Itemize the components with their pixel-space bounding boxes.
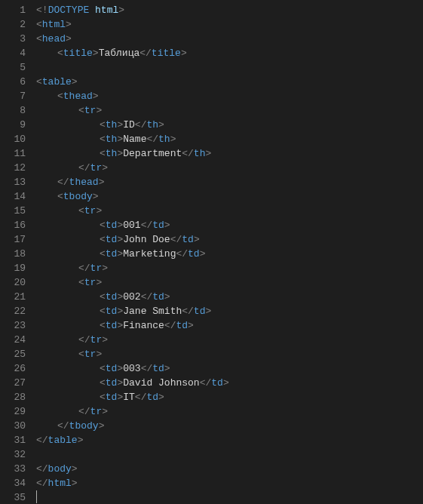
code-line[interactable]: <td>IT</td>: [36, 390, 423, 404]
code-line[interactable]: <tr>: [36, 347, 423, 361]
token-br: </: [78, 406, 90, 417]
token-br: <: [78, 105, 84, 116]
token-br: >: [96, 277, 102, 288]
token-br: <: [36, 19, 42, 30]
token-tag: tr: [90, 334, 103, 346]
token-br: >: [99, 177, 105, 188]
token-br: <: [100, 119, 106, 131]
code-line[interactable]: </thead>: [36, 175, 423, 189]
code-line[interactable]: </body>: [36, 462, 423, 476]
token-tag: tr: [90, 263, 103, 274]
code-line[interactable]: <td>Finance</td>: [36, 318, 423, 333]
token-br: </: [36, 478, 48, 489]
token-br: >: [223, 377, 229, 389]
token-br: >: [93, 91, 99, 102]
token-br: <: [100, 234, 106, 245]
code-line[interactable]: </tr>: [36, 261, 423, 275]
token-txt: [89, 5, 95, 16]
token-br: <: [78, 205, 84, 217]
code-line[interactable]: </tbody>: [36, 419, 423, 433]
token-txt: ID: [123, 119, 135, 131]
line-number: 25: [0, 347, 26, 361]
token-tag: td: [106, 392, 118, 403]
token-br: <: [100, 291, 106, 303]
code-line[interactable]: <thead>: [36, 89, 423, 103]
code-line[interactable]: </tr>: [36, 404, 423, 419]
token-br: >: [158, 392, 164, 403]
code-line[interactable]: <tr>: [36, 275, 423, 290]
token-br: </: [164, 320, 176, 331]
token-br: </: [57, 177, 69, 188]
code-area[interactable]: <!DOCTYPE html><html><head><title>Таблиц…: [36, 0, 423, 504]
code-line[interactable]: <th>Department</th>: [36, 146, 423, 161]
token-tag: td: [182, 234, 194, 245]
code-line[interactable]: <html>: [36, 17, 423, 32]
code-line[interactable]: </table>: [36, 433, 423, 447]
line-number: 6: [0, 75, 26, 89]
code-line[interactable]: <head>: [36, 32, 423, 46]
token-br: >: [102, 334, 108, 346]
token-br: <: [36, 5, 42, 16]
code-line[interactable]: <tr>: [36, 204, 423, 218]
token-br: <: [100, 377, 106, 389]
token-br: <: [36, 33, 42, 45]
token-br: </: [78, 334, 90, 346]
code-line[interactable]: <td>Jane Smith</td>: [36, 304, 423, 318]
line-number: 22: [0, 304, 26, 318]
line-number: 26: [0, 361, 26, 376]
code-line[interactable]: </tr>: [36, 161, 423, 175]
code-line[interactable]: <table>: [36, 75, 423, 89]
token-tag: tr: [90, 162, 103, 174]
code-line[interactable]: <td>John Doe</td>: [36, 232, 423, 247]
code-line[interactable]: <title>Таблица</title>: [36, 46, 423, 60]
code-line[interactable]: [36, 60, 423, 75]
token-br: </: [139, 48, 152, 59]
token-br: </: [78, 162, 90, 174]
line-number: 29: [0, 404, 26, 419]
code-line[interactable]: </html>: [36, 476, 423, 490]
token-br: </: [182, 148, 194, 159]
token-br: >: [66, 33, 72, 45]
code-line[interactable]: </tr>: [36, 333, 423, 347]
token-br: <: [100, 220, 106, 231]
token-br: >: [181, 48, 187, 59]
code-line[interactable]: <tbody>: [36, 189, 423, 204]
token-br: <: [100, 392, 106, 403]
token-br: <: [57, 191, 63, 202]
token-br: </: [36, 435, 48, 446]
token-tag: title: [152, 48, 181, 59]
code-line[interactable]: [36, 490, 423, 504]
token-tag: th: [106, 148, 118, 159]
line-number: 11: [0, 146, 26, 161]
token-br: >: [200, 248, 206, 260]
code-line[interactable]: <td>Marketing</td>: [36, 247, 423, 261]
token-tag: td: [106, 291, 118, 303]
line-number: 8: [0, 103, 26, 118]
token-txt: Department: [123, 148, 182, 159]
line-number-gutter: 1234567891011121314151617181920212223242…: [0, 0, 36, 504]
token-br: </: [141, 220, 153, 231]
code-line[interactable]: <td>002</td>: [36, 290, 423, 304]
token-br: <: [100, 134, 106, 145]
code-editor[interactable]: 1234567891011121314151617181920212223242…: [0, 0, 423, 504]
code-line[interactable]: [36, 447, 423, 462]
line-number: 5: [0, 60, 26, 75]
token-br: >: [96, 105, 102, 116]
token-tag: tr: [84, 105, 97, 116]
code-line[interactable]: <th>Name</th>: [36, 132, 423, 146]
token-txt: Marketing: [123, 248, 176, 260]
line-number: 32: [0, 447, 26, 462]
token-tag: table: [42, 76, 72, 88]
token-br: >: [66, 19, 72, 30]
line-number: 19: [0, 261, 26, 275]
code-line[interactable]: <th>ID</th>: [36, 118, 423, 132]
code-line[interactable]: <td>David Johnson</td>: [36, 376, 423, 390]
code-line[interactable]: <td>003</td>: [36, 361, 423, 376]
code-line[interactable]: <td>001</td>: [36, 218, 423, 232]
line-number: 4: [0, 46, 26, 60]
code-line[interactable]: <!DOCTYPE html>: [36, 3, 423, 17]
token-br: >: [96, 349, 102, 360]
line-number: 17: [0, 232, 26, 247]
token-tag: th: [106, 119, 118, 131]
code-line[interactable]: <tr>: [36, 103, 423, 118]
